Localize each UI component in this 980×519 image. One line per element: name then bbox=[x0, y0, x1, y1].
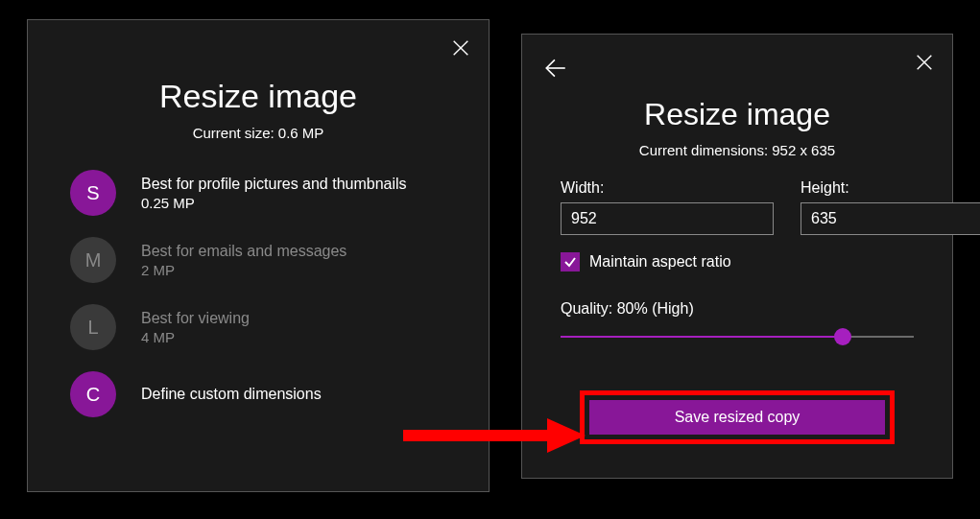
size-option-m: M Best for emails and messages 2 MP bbox=[70, 237, 446, 283]
current-size: Current size: 0.6 MP bbox=[28, 125, 489, 141]
option-label: Best for emails and messages bbox=[141, 243, 347, 260]
arrow-left-icon bbox=[543, 56, 568, 81]
option-sub: 2 MP bbox=[141, 262, 347, 278]
slider-fill bbox=[561, 336, 843, 338]
option-badge: C bbox=[70, 371, 116, 417]
option-badge: S bbox=[70, 170, 116, 216]
back-button[interactable] bbox=[543, 56, 568, 81]
checkmark-icon bbox=[563, 255, 577, 269]
resize-dialog-presets: Resize image Current size: 0.6 MP S Best… bbox=[27, 19, 490, 492]
option-label: Best for profile pictures and thumbnails bbox=[141, 176, 407, 193]
option-label: Define custom dimensions bbox=[141, 386, 322, 403]
option-sub: 0.25 MP bbox=[141, 195, 407, 211]
close-button[interactable] bbox=[914, 52, 935, 73]
close-icon bbox=[914, 52, 935, 73]
size-option-s[interactable]: S Best for profile pictures and thumbnai… bbox=[70, 170, 446, 216]
close-icon bbox=[450, 37, 471, 59]
option-badge: L bbox=[70, 304, 116, 350]
size-options: S Best for profile pictures and thumbnai… bbox=[28, 170, 489, 417]
current-dimensions: Current dimensions: 952 x 635 bbox=[522, 142, 952, 158]
option-badge: M bbox=[70, 237, 116, 283]
width-input[interactable] bbox=[561, 202, 774, 235]
height-input[interactable] bbox=[801, 202, 980, 235]
width-label: Width: bbox=[561, 179, 774, 197]
size-option-l: L Best for viewing 4 MP bbox=[70, 304, 446, 350]
dialog-title: Resize image bbox=[522, 97, 952, 132]
aspect-ratio-label: Maintain aspect ratio bbox=[589, 253, 731, 271]
close-button[interactable] bbox=[450, 37, 471, 59]
quality-slider[interactable] bbox=[561, 327, 914, 346]
dialog-title: Resize image bbox=[28, 78, 489, 115]
option-sub: 4 MP bbox=[141, 329, 250, 345]
size-option-custom[interactable]: C Define custom dimensions bbox=[70, 371, 446, 417]
resize-dialog-custom: Resize image Current dimensions: 952 x 6… bbox=[521, 34, 953, 479]
quality-label: Quality: 80% (High) bbox=[561, 300, 914, 318]
option-label: Best for viewing bbox=[141, 310, 250, 327]
height-label: Height: bbox=[801, 179, 980, 197]
aspect-ratio-checkbox[interactable] bbox=[561, 252, 580, 271]
slider-thumb[interactable] bbox=[834, 328, 851, 345]
save-resized-copy-button[interactable]: Save resized copy bbox=[589, 400, 885, 435]
save-button-highlight: Save resized copy bbox=[580, 390, 895, 444]
